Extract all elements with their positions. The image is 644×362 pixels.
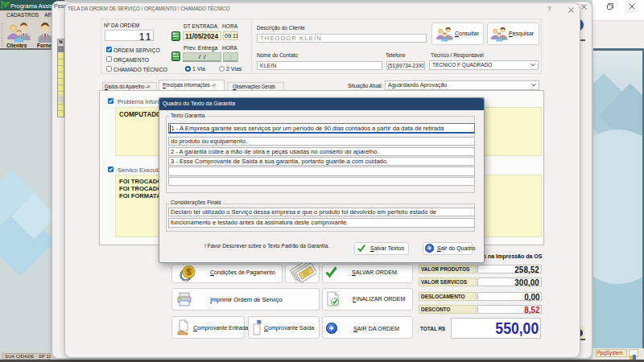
svg-text:$: $ — [186, 267, 191, 277]
